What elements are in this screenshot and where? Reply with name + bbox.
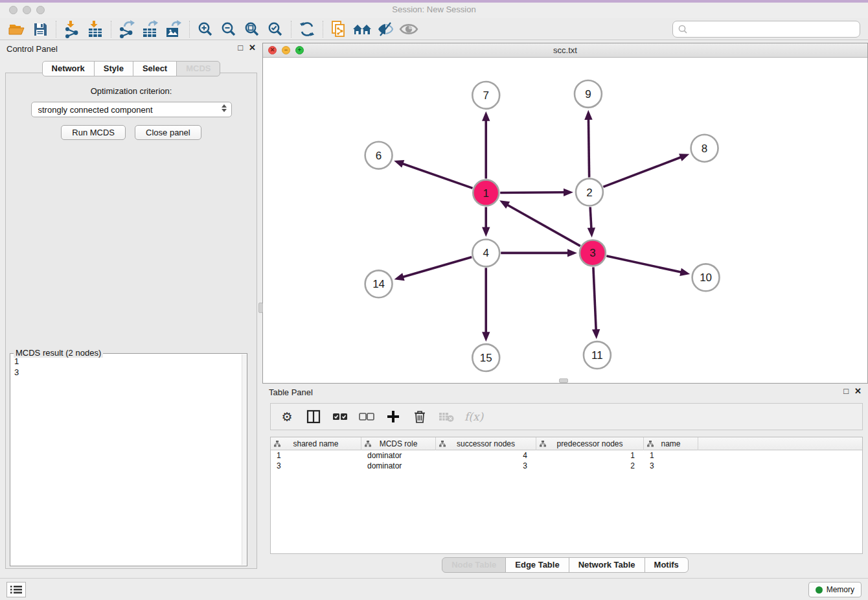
table-options-gear-icon[interactable]: ⚙: [279, 408, 295, 425]
cell-name[interactable]: 3: [644, 461, 698, 471]
memory-button[interactable]: Memory: [808, 582, 862, 597]
edge-arrowhead: [394, 273, 405, 281]
save-session-icon[interactable]: [29, 19, 52, 39]
titlebar[interactable]: Session: New Session: [0, 3, 868, 18]
edge-3-11[interactable]: [593, 267, 596, 330]
table-row[interactable]: 1dominator411: [271, 450, 862, 461]
cell-name[interactable]: 1: [644, 450, 698, 461]
graph-node-2[interactable]: 2: [576, 179, 603, 206]
tab-edge-table[interactable]: Edge Table: [505, 557, 569, 573]
graph-node-1[interactable]: 1: [473, 180, 499, 206]
table-panel: Table Panel □ ✕ ⚙: [262, 384, 868, 578]
zoom-fit-icon[interactable]: [240, 19, 264, 39]
graph-node-4[interactable]: 4: [472, 239, 499, 266]
cell-MCDS-role[interactable]: dominator: [361, 450, 436, 461]
import-table-icon[interactable]: [84, 19, 107, 39]
graph-node-3[interactable]: 3: [580, 240, 606, 266]
close-panel-button[interactable]: Close panel: [135, 125, 201, 140]
zoom-out-icon[interactable]: [217, 19, 240, 39]
graph-node-9[interactable]: 9: [575, 80, 602, 108]
tab-network[interactable]: Network: [42, 61, 95, 76]
edge-4-14[interactable]: [402, 257, 472, 277]
graph-node-7[interactable]: 7: [472, 82, 499, 109]
network-canvas[interactable]: 7968124314101511: [263, 58, 867, 383]
tab-network-table[interactable]: Network Table: [569, 557, 645, 573]
graph-node-14[interactable]: 14: [365, 270, 393, 297]
graph-node-8[interactable]: 8: [691, 135, 718, 162]
zoom-selected-icon[interactable]: [264, 19, 287, 39]
edge-arrowhead: [482, 111, 490, 121]
export-table-icon[interactable]: [139, 19, 162, 39]
horizontal-splitter-handle[interactable]: [559, 378, 568, 383]
edge-3-1[interactable]: [507, 205, 580, 246]
task-history-icon[interactable]: [6, 582, 26, 597]
tab-select[interactable]: Select: [133, 61, 177, 76]
optimization-criterion-select[interactable]: strongly connected component: [31, 102, 232, 117]
cell-predecessor-nodes[interactable]: 2: [536, 461, 644, 471]
import-network-icon[interactable]: [60, 19, 84, 39]
delete-table-icon[interactable]: [438, 408, 455, 425]
edge-2-8[interactable]: [603, 157, 681, 187]
home-icon[interactable]: [350, 19, 374, 39]
column-header-MCDS-role[interactable]: MCDS role: [361, 437, 436, 450]
graph-node-11[interactable]: 11: [584, 341, 611, 369]
search-icon: [678, 24, 688, 34]
network-graph[interactable]: 7968124314101511: [263, 58, 867, 383]
create-column-icon[interactable]: [385, 408, 402, 425]
delete-columns-trash-icon[interactable]: [411, 408, 428, 425]
network-window-titlebar[interactable]: ✕ − + scc.txt: [263, 43, 867, 58]
birds-eye-view-icon[interactable]: [397, 19, 420, 39]
column-header-name[interactable]: name: [644, 437, 698, 450]
tab-motifs[interactable]: Motifs: [645, 557, 689, 573]
zoom-in-icon[interactable]: [194, 19, 217, 39]
column-header-successor-nodes[interactable]: successor nodes: [436, 437, 536, 450]
column-header-predecessor-nodes[interactable]: predecessor nodes: [536, 437, 644, 450]
cell-successor-nodes[interactable]: 3: [436, 461, 536, 471]
edge-3-10[interactable]: [606, 256, 681, 272]
cell-MCDS-role[interactable]: dominator: [361, 461, 436, 471]
float-table-panel-icon[interactable]: □: [843, 386, 849, 397]
graph-node-6[interactable]: 6: [365, 142, 393, 169]
edge-2-3[interactable]: [590, 207, 591, 229]
float-panel-icon[interactable]: □: [238, 43, 243, 53]
table-row[interactable]: 3dominator323: [271, 461, 862, 471]
search-field[interactable]: [672, 21, 860, 38]
search-input[interactable]: [688, 25, 860, 34]
edge-arrowhead: [482, 227, 490, 237]
close-panel-icon[interactable]: ✕: [249, 43, 256, 53]
edge-arrowhead: [588, 227, 595, 237]
open-session-icon[interactable]: [5, 19, 29, 39]
node-table[interactable]: shared nameMCDS rolesuccessor nodesprede…: [270, 437, 863, 554]
edge-1-2[interactable]: [500, 192, 565, 193]
hide-graphics-details-icon[interactable]: [374, 19, 397, 39]
function-builder-icon[interactable]: f(x): [464, 408, 483, 425]
close-table-panel-icon[interactable]: ✕: [854, 386, 862, 397]
edge-2-9[interactable]: [588, 119, 589, 178]
tab-mcds[interactable]: MCDS: [176, 61, 220, 76]
graph-node-10[interactable]: 10: [692, 264, 720, 291]
mcds-result-box[interactable]: MCDS result (2 nodes) 1 3: [10, 353, 247, 566]
tab-style[interactable]: Style: [94, 61, 133, 76]
tab-node-table[interactable]: Node Table: [442, 557, 506, 573]
column-header-shared-name[interactable]: shared name: [271, 437, 361, 450]
cell-predecessor-nodes[interactable]: 1: [536, 450, 644, 461]
select-all-checkboxes-icon[interactable]: [332, 408, 348, 425]
edge-1-6[interactable]: [402, 163, 472, 188]
vertical-splitter-handle[interactable]: [258, 303, 263, 313]
result-scrollbar[interactable]: [242, 354, 247, 565]
select-chevrons-icon: [222, 104, 227, 112]
refresh-layout-icon[interactable]: [295, 19, 319, 39]
graph-node-15[interactable]: 15: [472, 344, 499, 371]
table-panel-tabs: Node TableEdge TableNetwork TableMotifs: [262, 557, 868, 573]
show-columns-icon[interactable]: [305, 408, 322, 425]
cell-shared-name[interactable]: 1: [271, 450, 361, 461]
export-image-icon[interactable]: [162, 19, 185, 39]
edge-arrowhead: [679, 154, 689, 161]
unselect-all-checkboxes-icon[interactable]: [358, 408, 375, 425]
new-network-from-selection-icon[interactable]: [327, 19, 350, 39]
export-network-icon[interactable]: [115, 19, 139, 39]
edge-arrowhead: [394, 160, 404, 168]
cell-successor-nodes[interactable]: 4: [436, 450, 536, 461]
run-mcds-button[interactable]: Run MCDS: [61, 125, 126, 140]
cell-shared-name[interactable]: 3: [271, 461, 361, 471]
